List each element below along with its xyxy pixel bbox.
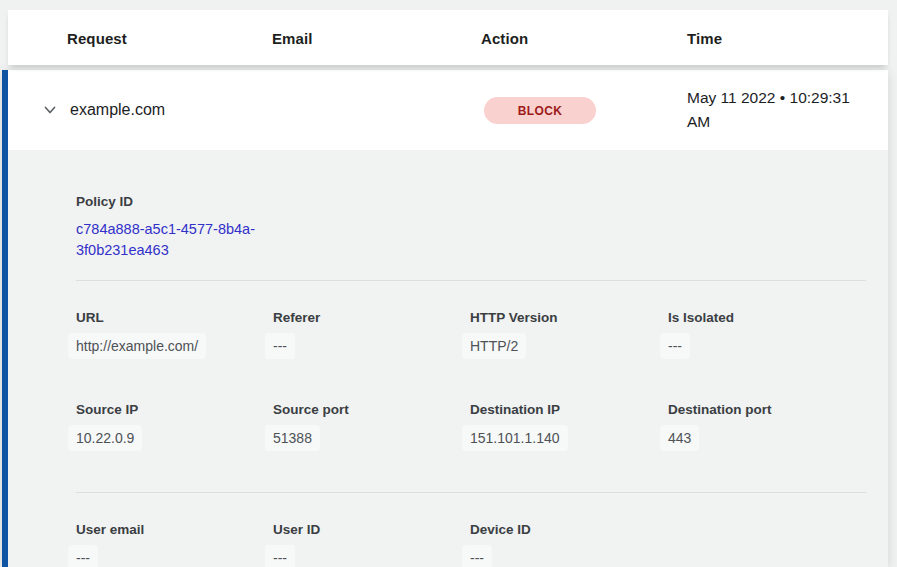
section-divider: [76, 492, 866, 493]
log-table-header: Request Email Action Time: [8, 10, 888, 65]
detail-fields-row-2: Source IP 10.22.0.9 Source port 51388 De…: [76, 400, 888, 451]
field-label: Device ID: [470, 520, 656, 539]
field-label: Is Isolated: [668, 308, 876, 327]
section-divider: [76, 280, 866, 281]
column-header-action: Action: [481, 29, 528, 46]
expanded-log-row: example.com BLOCK May 11 2022 • 10:29:31…: [2, 70, 888, 567]
field-label: URL: [76, 308, 261, 327]
request-time: May 11 2022 • 10:29:31 AM: [687, 86, 867, 134]
column-header-email: Email: [272, 29, 313, 46]
field-source-ip: Source IP 10.22.0.9: [76, 400, 273, 451]
field-http-version: HTTP Version HTTP/2: [470, 308, 668, 359]
field-referer: Referer ---: [273, 308, 470, 359]
field-source-port: Source port 51388: [273, 400, 470, 451]
detail-fields-row-1: URL http://example.com/ Referer --- HTTP…: [76, 308, 888, 359]
field-value: ---: [265, 333, 295, 359]
field-value: http://example.com/: [68, 333, 206, 359]
field-url: URL http://example.com/: [76, 308, 273, 359]
field-label: Destination port: [668, 400, 876, 419]
field-value: ---: [660, 333, 690, 359]
field-value: ---: [68, 545, 98, 567]
field-label: HTTP Version: [470, 308, 656, 327]
field-label: Referer: [273, 308, 458, 327]
field-label: Source port: [273, 400, 458, 419]
field-label: User ID: [273, 520, 458, 539]
field-user-email: User email ---: [76, 520, 273, 567]
chevron-down-icon[interactable]: [41, 101, 59, 119]
field-is-isolated: Is Isolated ---: [668, 308, 888, 359]
column-header-request: Request: [67, 29, 127, 46]
field-value: HTTP/2: [462, 333, 526, 359]
field-destination-ip: Destination IP 151.101.1.140: [470, 400, 668, 451]
field-label: Source IP: [76, 400, 261, 419]
request-domain: example.com: [70, 101, 165, 119]
field-device-id: Device ID ---: [470, 520, 668, 567]
field-value: 443: [660, 425, 699, 451]
field-value: ---: [462, 545, 492, 567]
field-value: 151.101.1.140: [462, 425, 568, 451]
policy-id-label: Policy ID: [76, 192, 888, 211]
action-block-badge: BLOCK: [484, 97, 596, 124]
detail-fields-row-3: User email --- User ID --- Device ID ---: [76, 520, 888, 567]
field-label: Destination IP: [470, 400, 656, 419]
field-user-id: User ID ---: [273, 520, 470, 567]
policy-id-section: Policy ID c784a888-a5c1-4577-8b4a-3f0b23…: [76, 192, 888, 261]
policy-id-link[interactable]: c784a888-a5c1-4577-8b4a-3f0b231ea463: [76, 219, 276, 261]
log-detail-panel: Policy ID c784a888-a5c1-4577-8b4a-3f0b23…: [8, 150, 888, 567]
field-label: User email: [76, 520, 261, 539]
column-header-time: Time: [687, 29, 722, 46]
log-row-summary[interactable]: example.com BLOCK May 11 2022 • 10:29:31…: [8, 70, 888, 150]
field-value: ---: [265, 545, 295, 567]
field-empty: [668, 520, 888, 567]
field-value: 51388: [265, 425, 320, 451]
field-value: 10.22.0.9: [68, 425, 142, 451]
field-destination-port: Destination port 443: [668, 400, 888, 451]
